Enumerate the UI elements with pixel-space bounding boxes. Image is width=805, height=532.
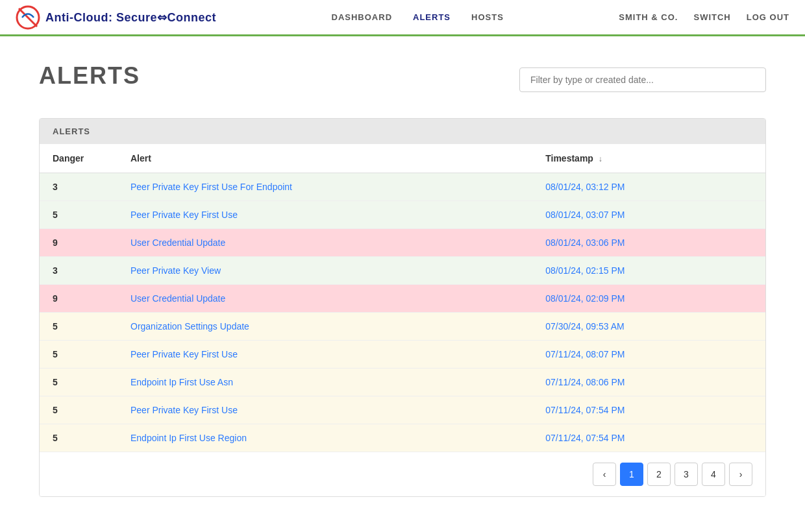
logo-text: Anti-Cloud: Secure⇔Connect bbox=[45, 10, 216, 25]
alert-cell[interactable]: Peer Private Key First Use bbox=[118, 341, 532, 369]
nav-org: SMITH & CO. bbox=[619, 12, 678, 22]
nav-alerts[interactable]: ALERTS bbox=[413, 12, 451, 22]
table-row: 9 User Credential Update 08/01/24, 03:06… bbox=[40, 229, 765, 257]
navbar: Anti-Cloud: Secure⇔Connect DASHBOARD ALE… bbox=[0, 0, 805, 36]
timestamp-cell: 07/11/24, 07:54 PM bbox=[532, 424, 765, 452]
table-row: 5 Endpoint Ip First Use Asn 07/11/24, 08… bbox=[40, 369, 765, 396]
timestamp-cell: 07/11/24, 08:07 PM bbox=[532, 341, 765, 369]
alert-cell[interactable]: Endpoint Ip First Use Region bbox=[118, 424, 532, 452]
timestamp-cell: 07/30/24, 09:53 AM bbox=[532, 313, 765, 341]
danger-cell: 5 bbox=[40, 341, 118, 369]
danger-cell: 3 bbox=[40, 257, 118, 285]
table-section-header: ALERTS bbox=[40, 119, 765, 144]
nav-right: SMITH & CO. SWITCH LOG OUT bbox=[619, 12, 789, 22]
svg-line-1 bbox=[19, 8, 37, 27]
alert-cell[interactable]: User Credential Update bbox=[118, 285, 532, 313]
filter-input[interactable] bbox=[519, 67, 766, 92]
danger-cell: 9 bbox=[40, 285, 118, 313]
danger-cell: 5 bbox=[40, 369, 118, 396]
nav-hosts[interactable]: HOSTS bbox=[471, 12, 504, 22]
alerts-tbody: 3 Peer Private Key First Use For Endpoin… bbox=[40, 173, 765, 452]
col-danger: Danger bbox=[40, 144, 118, 173]
danger-cell: 5 bbox=[40, 201, 118, 229]
alert-cell[interactable]: Peer Private Key First Use bbox=[118, 201, 532, 229]
nav-dashboard[interactable]: DASHBOARD bbox=[332, 12, 393, 22]
col-alert: Alert bbox=[118, 144, 532, 173]
table-header-row: Danger Alert Timestamp ↓ bbox=[40, 144, 765, 173]
timestamp-cell: 08/01/24, 03:12 PM bbox=[532, 173, 765, 201]
danger-cell: 5 bbox=[40, 396, 118, 424]
pagination: ‹ 1 2 3 4 › bbox=[40, 452, 765, 496]
table-row: 5 Endpoint Ip First Use Region 07/11/24,… bbox=[40, 424, 765, 452]
alert-cell[interactable]: User Credential Update bbox=[118, 229, 532, 257]
next-page-button[interactable]: › bbox=[729, 463, 752, 486]
alert-cell[interactable]: Peer Private Key View bbox=[118, 257, 532, 285]
timestamp-cell: 08/01/24, 03:07 PM bbox=[532, 201, 765, 229]
alert-cell[interactable]: Organization Settings Update bbox=[118, 313, 532, 341]
page-2-button[interactable]: 2 bbox=[647, 463, 671, 486]
danger-cell: 9 bbox=[40, 229, 118, 257]
nav-links: DASHBOARD ALERTS HOSTS bbox=[332, 12, 504, 22]
alerts-table: Danger Alert Timestamp ↓ 3 Peer Private … bbox=[40, 144, 765, 452]
page-3-button[interactable]: 3 bbox=[675, 463, 698, 486]
page-4-button[interactable]: 4 bbox=[702, 463, 725, 486]
alert-cell[interactable]: Peer Private Key First Use For Endpoint bbox=[118, 173, 532, 201]
nav-switch[interactable]: SWITCH bbox=[693, 12, 730, 22]
table-row: 5 Peer Private Key First Use 07/11/24, 0… bbox=[40, 396, 765, 424]
nav-logout[interactable]: LOG OUT bbox=[747, 12, 789, 22]
page-1-button[interactable]: 1 bbox=[620, 463, 643, 486]
sort-icon: ↓ bbox=[599, 154, 602, 163]
top-area: ALERTS bbox=[39, 62, 766, 105]
table-row: 9 User Credential Update 08/01/24, 02:09… bbox=[40, 285, 765, 313]
logo: Anti-Cloud: Secure⇔Connect bbox=[16, 5, 216, 30]
timestamp-cell: 08/01/24, 03:06 PM bbox=[532, 229, 765, 257]
table-row: 5 Organization Settings Update 07/30/24,… bbox=[40, 313, 765, 341]
logo-icon bbox=[16, 5, 40, 30]
alert-cell[interactable]: Peer Private Key First Use bbox=[118, 396, 532, 424]
danger-cell: 5 bbox=[40, 313, 118, 341]
alerts-table-card: ALERTS Danger Alert Timestamp ↓ bbox=[39, 118, 766, 497]
table-row: 5 Peer Private Key First Use 08/01/24, 0… bbox=[40, 201, 765, 229]
page-title: ALERTS bbox=[39, 62, 140, 90]
timestamp-cell: 07/11/24, 08:06 PM bbox=[532, 369, 765, 396]
danger-cell: 3 bbox=[40, 173, 118, 201]
main-content: ALERTS ALERTS Danger Alert Timestamp ↓ bbox=[0, 36, 805, 523]
table-row: 3 Peer Private Key First Use For Endpoin… bbox=[40, 173, 765, 201]
alert-cell[interactable]: Endpoint Ip First Use Asn bbox=[118, 369, 532, 396]
table-row: 3 Peer Private Key View 08/01/24, 02:15 … bbox=[40, 257, 765, 285]
prev-page-button[interactable]: ‹ bbox=[593, 463, 616, 486]
table-row: 5 Peer Private Key First Use 07/11/24, 0… bbox=[40, 341, 765, 369]
timestamp-cell: 08/01/24, 02:09 PM bbox=[532, 285, 765, 313]
danger-cell: 5 bbox=[40, 424, 118, 452]
col-timestamp[interactable]: Timestamp ↓ bbox=[532, 144, 765, 173]
timestamp-cell: 07/11/24, 07:54 PM bbox=[532, 396, 765, 424]
timestamp-cell: 08/01/24, 02:15 PM bbox=[532, 257, 765, 285]
